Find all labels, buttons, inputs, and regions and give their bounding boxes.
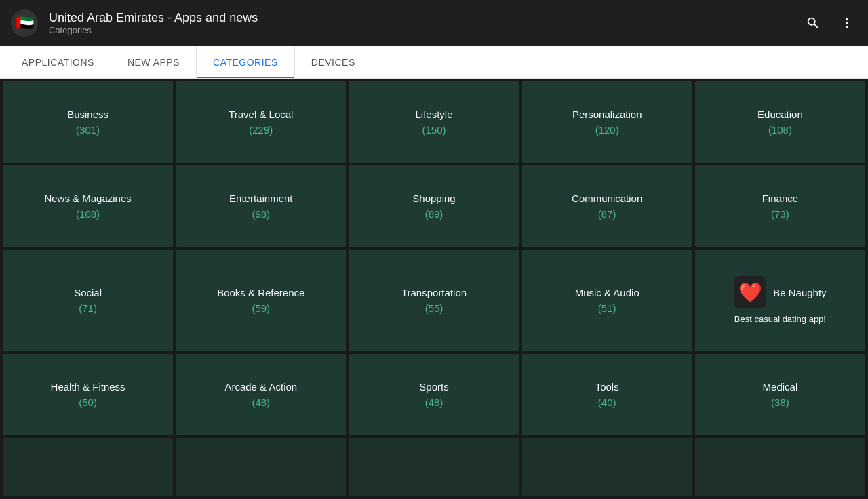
category-partial-5[interactable] [695,438,865,496]
header-icons [803,13,857,33]
category-lifestyle[interactable]: Lifestyle (150) [349,81,519,163]
category-partial-4[interactable] [522,438,692,496]
category-partial-2[interactable] [176,438,346,496]
tab-applications[interactable]: Applications [5,46,111,78]
category-social[interactable]: Social (71) [3,250,173,352]
ad-tagline: Best casual dating app! [734,314,826,324]
category-arcade-action[interactable]: Arcade & Action (48) [176,354,346,435]
category-sports[interactable]: Sports (48) [349,354,519,435]
more-options-button[interactable] [837,13,857,33]
category-tools[interactable]: Tools (40) [522,354,692,435]
nav-tabs: Applications New apps Categories Devices [0,46,868,79]
header-subtitle: Categories [49,25,792,35]
tab-new-apps[interactable]: New apps [111,46,196,78]
category-news-magazines[interactable]: News & Magazines (108) [3,165,173,247]
header: 🇦🇪 United Arab Emirates - Apps and news … [0,0,868,46]
category-partial-1[interactable] [3,438,173,496]
categories-grid: Business (301) Travel & Local (229) Life… [0,79,868,499]
flag-icon: 🇦🇪 [11,9,38,37]
ad-cell[interactable]: ❤️ Be Naughty Best casual dating app! [695,250,865,352]
category-education[interactable]: Education (108) [695,81,865,163]
ad-app-row: ❤️ Be Naughty [734,276,826,308]
category-shopping[interactable]: Shopping (89) [349,165,519,247]
category-health-fitness[interactable]: Health & Fitness (50) [3,354,173,435]
header-title-block: United Arab Emirates - Apps and news Cat… [49,11,792,35]
category-books-reference[interactable]: Books & Reference (59) [176,250,346,352]
category-music-audio[interactable]: Music & Audio (51) [522,250,692,352]
category-business[interactable]: Business (301) [3,81,173,163]
category-travel-local[interactable]: Travel & Local (229) [176,81,346,163]
category-personalization[interactable]: Personalization (120) [522,81,692,163]
category-entertainment[interactable]: Entertainment (98) [176,165,346,247]
search-button[interactable] [803,13,823,33]
ad-app-icon: ❤️ [734,276,766,308]
header-title: United Arab Emirates - Apps and news [49,11,792,25]
tab-devices[interactable]: Devices [294,46,372,78]
category-finance[interactable]: Finance (73) [695,165,865,247]
category-communication[interactable]: Communication (87) [522,165,692,247]
category-partial-3[interactable] [349,438,519,496]
category-medical[interactable]: Medical (38) [695,354,865,435]
category-transportation[interactable]: Transportation (55) [349,250,519,352]
ad-app-name: Be Naughty [773,287,826,298]
tab-categories[interactable]: Categories [196,46,294,78]
